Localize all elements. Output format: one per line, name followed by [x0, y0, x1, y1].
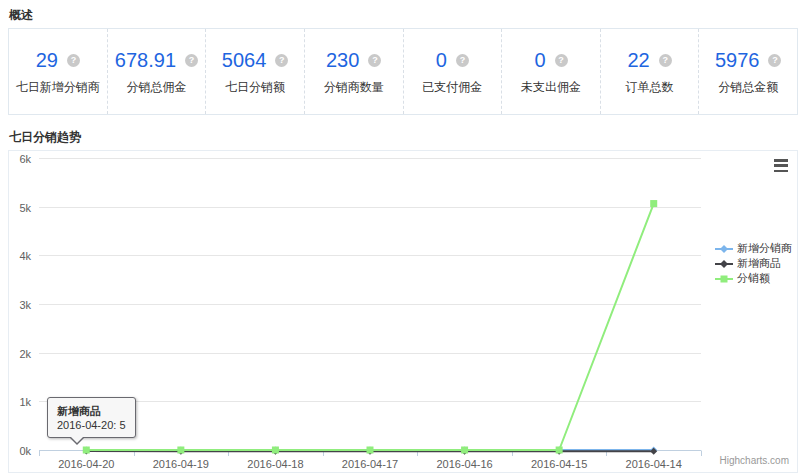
chart-tooltip: 新增商品 2016-04-20: 5 [47, 397, 136, 438]
svg-text:2016-04-14: 2016-04-14 [626, 458, 682, 470]
trend-section-title: 七日分销趋势 [9, 129, 81, 146]
stat-label: 未支出佣金 [521, 79, 581, 96]
stat-label: 七日新增分销商 [16, 79, 100, 96]
tooltip-value: 2016-04-20: 5 [57, 418, 126, 432]
stat-cell-7: 5976?分销总金额 [699, 29, 797, 114]
stat-cell-5: 0?未支出佣金 [502, 29, 601, 114]
stat-label: 订单总数 [626, 79, 674, 96]
stat-value: 0 [436, 49, 447, 72]
overview-section-title: 概述 [9, 7, 33, 24]
trend-chart-panel: 0k1k2k3k4k5k6k2016-04-202016-04-192016-0… [8, 150, 798, 473]
diamond-legend-marker-icon [715, 243, 733, 255]
stat-label: 分销总金额 [718, 79, 778, 96]
stat-value: 22 [627, 49, 649, 72]
diamond-legend-marker-icon [715, 258, 733, 270]
svg-text:3k: 3k [19, 299, 31, 311]
stat-cell-1: 678.91?分销总佣金 [108, 29, 207, 114]
svg-text:6k: 6k [19, 153, 31, 165]
svg-text:4k: 4k [19, 250, 31, 262]
stat-value: 230 [326, 49, 359, 72]
legend-label: 新增分销商 [737, 241, 792, 256]
svg-text:5k: 5k [19, 202, 31, 214]
stat-cell-6: 22?订单总数 [601, 29, 700, 114]
help-circle-icon[interactable]: ? [768, 54, 781, 67]
help-circle-icon[interactable]: ? [275, 54, 288, 67]
svg-text:2016-04-18: 2016-04-18 [247, 458, 303, 470]
stats-panel: 29?七日新增分销商678.91?分销总佣金5064?七日分销额230?分销商数… [8, 28, 798, 115]
help-circle-icon[interactable]: ? [659, 54, 672, 67]
svg-text:2016-04-17: 2016-04-17 [342, 458, 398, 470]
legend-item-0[interactable]: 新增分销商 [715, 241, 792, 256]
stat-value: 5064 [222, 49, 267, 72]
legend-item-1[interactable]: 新增商品 [715, 256, 792, 271]
stat-label: 分销商数量 [324, 79, 384, 96]
chart-legend: 新增分销商新增商品分销额 [715, 241, 792, 286]
stat-value: 678.91 [115, 49, 176, 72]
stat-cell-0: 29?七日新增分销商 [9, 29, 108, 114]
legend-item-2[interactable]: 分销额 [715, 271, 792, 286]
help-circle-icon[interactable]: ? [185, 54, 198, 67]
help-circle-icon[interactable]: ? [67, 54, 80, 67]
svg-text:0k: 0k [19, 445, 31, 457]
stat-cell-3: 230?分销商数量 [305, 29, 404, 114]
tooltip-series-name: 新增商品 [57, 404, 126, 418]
highcharts-credits[interactable]: Highcharts.com [720, 455, 789, 466]
stat-value: 0 [534, 49, 545, 72]
svg-text:2016-04-20: 2016-04-20 [58, 458, 114, 470]
legend-label: 新增商品 [737, 256, 781, 271]
hamburger-menu-icon[interactable] [774, 159, 788, 172]
svg-text:1k: 1k [19, 396, 31, 408]
stat-value: 29 [36, 49, 58, 72]
svg-text:2016-04-19: 2016-04-19 [153, 458, 209, 470]
stat-value: 5976 [715, 49, 760, 72]
help-circle-icon[interactable]: ? [368, 54, 381, 67]
stat-label: 已支付佣金 [422, 79, 482, 96]
help-circle-icon[interactable]: ? [555, 54, 568, 67]
svg-text:2016-04-15: 2016-04-15 [531, 458, 587, 470]
svg-text:2k: 2k [19, 348, 31, 360]
stat-label: 分销总佣金 [126, 79, 186, 96]
stat-cell-4: 0?已支付佣金 [404, 29, 503, 114]
stat-label: 七日分销额 [225, 79, 285, 96]
help-circle-icon[interactable]: ? [456, 54, 469, 67]
svg-text:2016-04-16: 2016-04-16 [436, 458, 492, 470]
legend-label: 分销额 [737, 271, 770, 286]
stat-cell-2: 5064?七日分销额 [206, 29, 305, 114]
square-legend-marker-icon [715, 273, 733, 285]
